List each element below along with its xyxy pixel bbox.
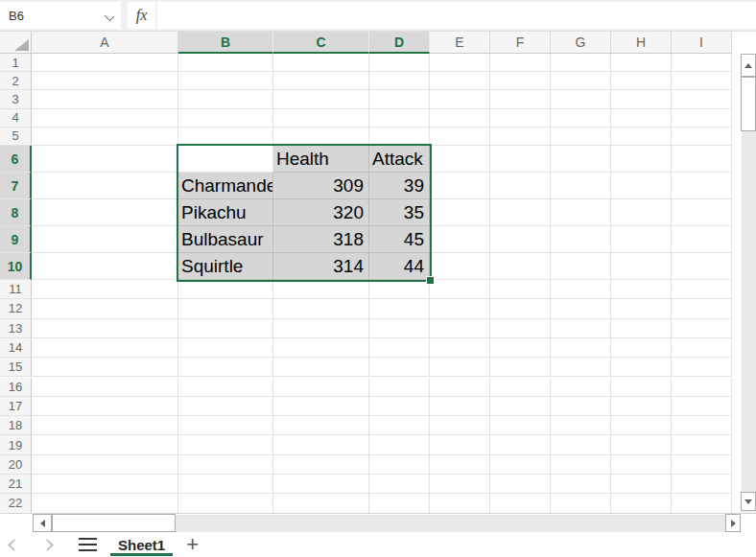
row-header-15[interactable]: 15: [0, 358, 32, 377]
cell-G11[interactable]: [551, 280, 611, 299]
cell-G16[interactable]: [551, 378, 611, 397]
cell-E2[interactable]: [430, 72, 490, 90]
cell-F12[interactable]: [490, 299, 551, 318]
cell-I18[interactable]: [672, 416, 732, 435]
cell-H14[interactable]: [611, 338, 672, 358]
cell-F13[interactable]: [490, 319, 551, 338]
row-header-12[interactable]: 12: [0, 299, 32, 318]
cell-E1[interactable]: [430, 54, 490, 72]
add-sheet-button[interactable]: +: [180, 535, 204, 554]
vertical-scrollbar[interactable]: [741, 54, 756, 511]
cell-G4[interactable]: [551, 109, 611, 128]
cell-D18[interactable]: [369, 416, 430, 435]
cell-A2[interactable]: [32, 72, 178, 90]
cell-I19[interactable]: [672, 435, 732, 454]
cell-I12[interactable]: [672, 299, 732, 318]
vertical-scrollbar-thumb[interactable]: [741, 77, 756, 131]
cell-F3[interactable]: [490, 90, 551, 108]
cell-G18[interactable]: [551, 416, 611, 435]
cell-D4[interactable]: [369, 109, 430, 128]
cell-I11[interactable]: [672, 280, 732, 299]
cell-H12[interactable]: [611, 299, 672, 318]
cell-I21[interactable]: [672, 475, 732, 494]
cell-F8[interactable]: [490, 199, 551, 226]
cell-E22[interactable]: [430, 494, 490, 513]
cell-E10[interactable]: [430, 253, 490, 280]
horizontal-scrollbar-track[interactable]: [176, 515, 725, 532]
cell-F19[interactable]: [490, 435, 551, 454]
cell-A6[interactable]: [32, 146, 178, 173]
cell-A9[interactable]: [32, 226, 178, 253]
row-header-19[interactable]: 19: [0, 435, 32, 454]
cell-H20[interactable]: [611, 455, 672, 475]
cell-C21[interactable]: [273, 475, 369, 494]
cell-A13[interactable]: [32, 319, 178, 338]
name-box[interactable]: [0, 2, 121, 29]
vertical-scrollbar-track[interactable]: [742, 131, 756, 492]
cell-F9[interactable]: [490, 226, 551, 253]
cell-A1[interactable]: [32, 54, 178, 72]
cell-E9[interactable]: [430, 226, 490, 253]
cell-I5[interactable]: [672, 128, 732, 146]
scroll-right-button[interactable]: [725, 514, 741, 532]
cell-D14[interactable]: [369, 338, 430, 358]
fill-handle[interactable]: [426, 276, 435, 285]
cell-F20[interactable]: [490, 455, 551, 475]
cell-E4[interactable]: [430, 109, 490, 128]
column-header-G[interactable]: G: [551, 32, 611, 54]
cell-I10[interactable]: [672, 253, 732, 280]
cell-D16[interactable]: [369, 378, 430, 397]
cell-D11[interactable]: [369, 280, 430, 299]
row-header-22[interactable]: 22: [0, 494, 32, 513]
cell-C1[interactable]: [273, 54, 369, 72]
cell-H17[interactable]: [611, 397, 672, 416]
cell-I20[interactable]: [672, 455, 732, 475]
cell-G21[interactable]: [551, 475, 611, 494]
cell-C14[interactable]: [273, 338, 369, 358]
row-header-3[interactable]: 3: [0, 90, 32, 108]
cell-H6[interactable]: [611, 146, 672, 173]
cell-G20[interactable]: [551, 455, 611, 475]
cell-G6[interactable]: [551, 146, 611, 173]
cell-A14[interactable]: [32, 338, 178, 358]
cell-B13[interactable]: [178, 319, 273, 338]
insert-function-button[interactable]: fx: [128, 2, 155, 29]
cell-F2[interactable]: [490, 72, 551, 90]
cell-G3[interactable]: [551, 90, 611, 108]
cell-C18[interactable]: [273, 416, 369, 435]
cell-A7[interactable]: [32, 173, 178, 199]
row-header-11[interactable]: 11: [0, 280, 32, 299]
cell-E15[interactable]: [430, 358, 490, 377]
cell-H11[interactable]: [611, 280, 672, 299]
cell-H2[interactable]: [611, 72, 672, 90]
scroll-up-button[interactable]: [741, 54, 756, 77]
cell-A12[interactable]: [32, 299, 178, 318]
cell-E11[interactable]: [430, 280, 490, 299]
column-header-D[interactable]: D: [369, 32, 430, 54]
cell-E6[interactable]: [430, 146, 490, 173]
row-header-14[interactable]: 14: [0, 338, 32, 358]
cell-B4[interactable]: [178, 109, 273, 128]
cell-D2[interactable]: [369, 72, 430, 90]
cell-A11[interactable]: [32, 280, 178, 299]
formula-input[interactable]: [157, 2, 756, 29]
cell-I16[interactable]: [672, 378, 732, 397]
column-header-C[interactable]: C: [273, 32, 369, 54]
cell-E21[interactable]: [430, 475, 490, 494]
cell-B14[interactable]: [178, 338, 273, 358]
cell-A3[interactable]: [32, 90, 178, 108]
cell-B19[interactable]: [178, 435, 273, 454]
sheet-list-menu-icon[interactable]: [79, 538, 97, 551]
row-header-10[interactable]: 10: [0, 253, 32, 280]
cell-F7[interactable]: [490, 173, 551, 199]
cell-A19[interactable]: [32, 435, 178, 454]
cell-G10[interactable]: [551, 253, 611, 280]
horizontal-scrollbar[interactable]: [0, 513, 756, 532]
cell-F5[interactable]: [490, 128, 551, 146]
row-header-1[interactable]: 1: [0, 54, 32, 72]
cell-B18[interactable]: [178, 416, 273, 435]
cell-G2[interactable]: [551, 72, 611, 90]
cell-D3[interactable]: [369, 90, 430, 108]
cell-I22[interactable]: [672, 494, 732, 513]
cell-F21[interactable]: [490, 475, 551, 494]
